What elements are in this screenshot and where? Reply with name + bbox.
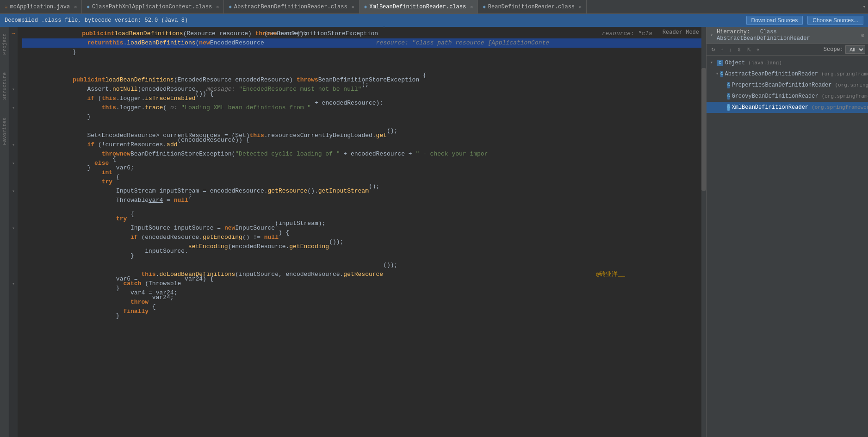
project-label[interactable]: Project bbox=[1, 31, 8, 56]
tree-item-object[interactable]: ▾ C Object (java.lang) bbox=[707, 57, 868, 69]
editor-container: → ▾ ▾ ▾ ▾ ▾ ▾ ▾ bbox=[9, 27, 706, 437]
scope-select[interactable]: All bbox=[845, 45, 865, 54]
class-file-icon: ◆ bbox=[87, 4, 90, 10]
hierarchy-header: ▾ Hierarchy: Class AbstractBeanDefinitio… bbox=[707, 27, 868, 44]
code-line-12: Set<EncodedResource> currentResources = … bbox=[22, 131, 706, 140]
collapse-all-btn[interactable]: ⇱ bbox=[745, 46, 753, 54]
refresh-btn[interactable]: ↻ bbox=[709, 46, 717, 54]
prev-btn[interactable]: ↑ bbox=[719, 46, 725, 53]
favorites-label[interactable]: Favorites bbox=[1, 116, 8, 147]
gutter-empty14 bbox=[9, 205, 18, 214]
navigate-btn[interactable]: ⌖ bbox=[755, 46, 761, 54]
tree-pkg-properties: (org.springframe... bbox=[835, 81, 868, 90]
tree-pkg-xml: (org.springframework.be... bbox=[812, 103, 868, 112]
hierarchy-expand-icon[interactable]: ▾ bbox=[710, 32, 713, 38]
tree-label-groovy: GroovyBeanDefinitionReader bbox=[732, 92, 818, 101]
code-content: public int loadBeanDefinitions(Resource … bbox=[18, 27, 706, 437]
code-line-2-highlighted: return this.loadBeanDefinitions(new Enco… bbox=[22, 38, 706, 48]
tree-item-groovy[interactable]: ▾ C GroovyBeanDefinitionReader (org.spri… bbox=[707, 91, 868, 102]
tree-label-properties: PropertiesBeanDefinitionReader bbox=[732, 81, 831, 90]
tab-close-icon[interactable]: ✕ bbox=[352, 4, 354, 10]
gutter-empty17 bbox=[9, 242, 18, 251]
fold-marker3[interactable]: ▾ bbox=[9, 140, 18, 150]
expand-all-btn[interactable]: ⇳ bbox=[735, 46, 743, 54]
tab-classpathxml[interactable]: ◆ ClassPathXmlApplicationContext.class ✕ bbox=[82, 0, 224, 13]
code-line-30: throw var24; bbox=[22, 298, 706, 307]
gutter-empty12 bbox=[9, 177, 18, 187]
gutter-empty11 bbox=[9, 168, 18, 177]
gutter-empty22 bbox=[9, 298, 18, 307]
tree-item-abstractbean[interactable]: ▾ C AbstractBeanDefinitionReader (org.sp… bbox=[707, 69, 868, 80]
structure-label[interactable]: Structure bbox=[1, 70, 8, 101]
tab-close-icon[interactable]: ✕ bbox=[216, 4, 219, 10]
code-line-27: var6 = this.doLoadBeanDefinitions(inputS… bbox=[22, 270, 706, 279]
next-btn[interactable]: ↓ bbox=[727, 46, 734, 53]
current-line-indicator: → bbox=[9, 29, 18, 38]
class-icon-object: C bbox=[717, 60, 723, 66]
hierarchy-title: Hierarchy: Class AbstractBeanDefinitionR… bbox=[717, 29, 854, 42]
editor-scrollbar[interactable] bbox=[701, 27, 706, 437]
gutter-empty4 bbox=[9, 66, 18, 75]
tab-close-icon[interactable]: ✕ bbox=[470, 4, 473, 10]
fold-marker2[interactable]: ▾ bbox=[9, 103, 18, 112]
gutter-empty5 bbox=[9, 75, 18, 85]
gutter-empty20 bbox=[9, 270, 18, 279]
hierarchy-tree: ▾ C Object (java.lang) ▾ C AbstractBeanD… bbox=[707, 56, 868, 437]
hierarchy-toolbar: ↻ ↑ ↓ ⇳ ⇱ ⌖ Scope: All bbox=[707, 44, 868, 56]
gutter-empty9 bbox=[9, 131, 18, 140]
fold-marker1[interactable]: ▾ bbox=[9, 85, 18, 94]
tree-pkg-abstract: (org.springframework... bbox=[821, 69, 868, 79]
tab-xmlbean[interactable]: ◆ XmlBeanDefinitionReader.class ✕ bbox=[360, 0, 478, 13]
gutter: → ▾ ▾ ▾ ▾ ▾ ▾ ▾ bbox=[9, 27, 18, 437]
download-sources-btn[interactable]: Download Sources bbox=[746, 16, 803, 25]
gutter-empty2 bbox=[9, 48, 18, 57]
tree-item-xmlbean[interactable]: ▾ C XmlBeanDefinitionReader (org.springf… bbox=[707, 102, 868, 113]
code-line-19: Throwable var4 = null; bbox=[22, 196, 706, 205]
code-line-9: this.logger.trace( o: "Loading XML bean … bbox=[22, 103, 706, 112]
gutter-empty13 bbox=[9, 196, 18, 205]
class-file-icon3: ◆ bbox=[364, 4, 367, 10]
code-line-4 bbox=[22, 57, 706, 66]
tab-close-icon[interactable]: ✕ bbox=[579, 4, 582, 10]
tab-moApplication[interactable]: ☕ moApplication.java ✕ bbox=[0, 0, 82, 13]
tree-label-object: Object bbox=[725, 58, 745, 68]
tree-pkg-groovy: (org.springframe... bbox=[822, 92, 868, 101]
right-panel: ▾ Hierarchy: Class AbstractBeanDefinitio… bbox=[706, 27, 868, 437]
gutter-empty19 bbox=[9, 261, 18, 270]
gutter-empty3 bbox=[9, 57, 18, 66]
tab-overflow-icon[interactable]: ▾ bbox=[862, 4, 866, 10]
gutter-empty8 bbox=[9, 122, 18, 131]
gutter-empty15 bbox=[9, 214, 18, 224]
tab-label: ClassPathXmlApplicationContext.class bbox=[92, 4, 212, 10]
tab-beandefinitionreader[interactable]: ◆ BeanDefinitionReader.class ✕ bbox=[478, 0, 587, 13]
reader-mode-label: Reader Mode bbox=[663, 29, 699, 36]
settings-icon[interactable]: ⚙ bbox=[861, 32, 864, 39]
gutter-empty24 bbox=[9, 316, 18, 325]
gutter-empty bbox=[9, 38, 18, 48]
choose-sources-btn[interactable]: Choose Sources... bbox=[807, 16, 863, 25]
code-line-25: } bbox=[22, 251, 706, 261]
decompiled-info: Decompiled .class file, bytecode version… bbox=[5, 17, 188, 24]
tab-close-icon[interactable]: ✕ bbox=[74, 4, 77, 10]
fold-marker6[interactable]: ▾ bbox=[9, 224, 18, 233]
info-bar-actions: Download Sources Choose Sources... bbox=[746, 16, 863, 25]
tab-label: BeanDefinitionReader.class bbox=[488, 4, 575, 10]
tab-abstractbean[interactable]: ◆ AbstractBeanDefinitionReader.class ✕ bbox=[224, 0, 360, 13]
fold-marker5[interactable]: ▾ bbox=[9, 187, 18, 196]
class-icon-groovy: C bbox=[727, 93, 730, 100]
code-line-31: } finally { bbox=[22, 307, 706, 316]
class-file-icon4: ◆ bbox=[483, 4, 486, 10]
tab-label: AbstractBeanDefinitionReader.class bbox=[234, 4, 347, 10]
main-layout: Project Structure Favorites → ▾ ▾ ▾ ▾ ▾ bbox=[0, 27, 868, 437]
tree-label-abstract: AbstractBeanDefinitionReader bbox=[725, 69, 818, 79]
gutter-empty18 bbox=[9, 251, 18, 261]
tab-label: XmlBeanDefinitionReader.class bbox=[369, 4, 466, 10]
expand-arrow-abstract: ▾ bbox=[716, 69, 719, 79]
code-editor[interactable]: public int loadBeanDefinitions(Resource … bbox=[18, 27, 706, 437]
fold-marker7[interactable]: ▾ bbox=[9, 279, 18, 288]
editor-scroll-thumb[interactable] bbox=[701, 68, 706, 191]
class-icon-abstract: C bbox=[720, 71, 723, 77]
tree-item-properties[interactable]: ▾ C PropertiesBeanDefinitionReader (org.… bbox=[707, 80, 868, 91]
fold-marker4[interactable]: ▾ bbox=[9, 159, 18, 168]
gutter-empty10 bbox=[9, 150, 18, 159]
